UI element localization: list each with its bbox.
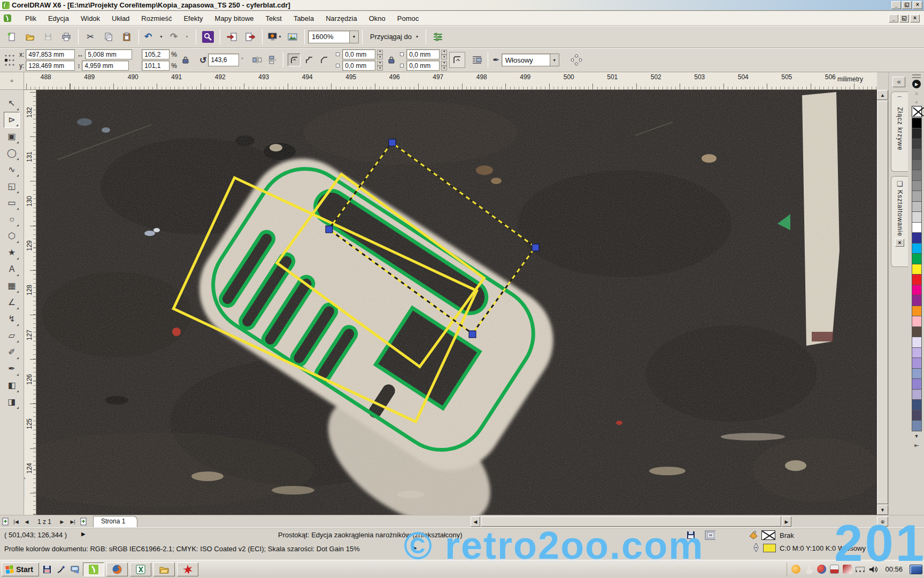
color-swatch[interactable] — [912, 295, 922, 306]
docker-tab-shaping[interactable]: ❏ Kształtowanie × — [891, 176, 908, 267]
edit-corners-together-button[interactable] — [385, 54, 398, 66]
color-swatch[interactable] — [912, 285, 922, 296]
export-button[interactable] — [242, 28, 259, 45]
last-page-button[interactable]: ▶| — [67, 516, 78, 527]
dimension-tool[interactable]: ∠ — [4, 294, 20, 310]
crop-tool[interactable]: ▣ — [4, 128, 20, 144]
quicklaunch-pen-icon[interactable] — [55, 564, 67, 575]
quicklaunch-desktop-icon[interactable] — [69, 564, 81, 575]
rectangle-tool[interactable]: ▭ — [4, 195, 20, 211]
table-tool[interactable]: ▦ — [4, 278, 20, 294]
spinner[interactable]: ▾▴ — [441, 50, 447, 59]
color-swatch[interactable] — [912, 274, 922, 285]
pick-tool[interactable]: ↖ — [4, 95, 20, 111]
palette-scroll-up[interactable]: ▲ — [914, 99, 919, 104]
fill-tool[interactable]: ◧ — [4, 377, 20, 393]
close-button[interactable]: × — [913, 1, 922, 9]
welcome-screen-button[interactable] — [284, 28, 301, 45]
rotation-angle-field[interactable]: 143,6 — [208, 54, 239, 66]
doc-close-button[interactable]: × — [910, 14, 920, 22]
tray-app-icon[interactable] — [843, 565, 852, 574]
docker-close-button[interactable]: × — [895, 239, 904, 247]
corner-checkbox[interactable] — [400, 64, 404, 67]
scalloped-corner-button[interactable] — [303, 54, 315, 66]
color-swatch[interactable] — [912, 389, 922, 400]
color-swatch[interactable] — [912, 149, 922, 160]
color-swatch[interactable] — [912, 159, 922, 171]
taskbar-firefox-button[interactable] — [106, 562, 128, 576]
start-button[interactable]: Start — [2, 562, 39, 576]
taskbar-coreldraw-button[interactable] — [83, 562, 104, 576]
minimize-button[interactable]: _ — [891, 1, 901, 9]
color-swatch[interactable] — [912, 316, 922, 327]
tray-ruler-icon[interactable] — [856, 567, 865, 572]
color-swatch[interactable] — [912, 358, 922, 369]
node-handle-bottom[interactable] — [469, 331, 476, 338]
corner-radius-bl-field[interactable]: 0,0 mm — [342, 60, 375, 71]
color-swatch[interactable] — [912, 211, 922, 223]
vertical-ruler[interactable]: 132131130129128127126125124 milimetry — [24, 90, 36, 515]
scroll-right-button[interactable]: ▶ — [782, 516, 791, 527]
horizontal-scroll-thumb[interactable] — [481, 516, 781, 527]
scroll-up-button[interactable]: ▲ — [877, 90, 888, 100]
color-swatch[interactable] — [912, 264, 922, 275]
volume-icon[interactable] — [868, 565, 878, 574]
mirror-vertical-button[interactable] — [266, 54, 279, 66]
object-height-field[interactable]: 4,959 mm — [82, 60, 129, 71]
corner-checkbox[interactable] — [336, 64, 340, 67]
scale-v-field[interactable]: 101,1 — [142, 60, 170, 71]
color-swatch[interactable] — [912, 243, 922, 254]
menu-item[interactable]: Pomoc — [391, 13, 425, 24]
color-swatch[interactable] — [912, 139, 922, 150]
spinner[interactable]: ▾▴ — [377, 61, 383, 71]
palette-expand-button[interactable]: ⇤ — [914, 442, 919, 449]
save-button[interactable] — [40, 28, 57, 45]
taskbar-folder-button[interactable] — [153, 562, 175, 576]
lock-ratio-button[interactable] — [179, 54, 192, 66]
palette-scroll-down[interactable]: ▼ — [914, 434, 919, 439]
chamfered-corner-button[interactable] — [318, 54, 330, 66]
drop-shadow-tool[interactable]: ▱ — [4, 328, 20, 344]
vertical-scrollbar[interactable]: ▲ ▼ — [877, 90, 888, 515]
text-tool[interactable]: A — [4, 261, 20, 277]
zoom-level-combo[interactable]: 1600% ▾ — [308, 31, 359, 43]
coords-flyout-arrow[interactable]: ▶ — [81, 531, 86, 537]
corner-radius-tr-field[interactable]: 0,0 mm — [406, 49, 440, 59]
color-swatch[interactable] — [912, 180, 922, 192]
color-swatch[interactable] — [912, 201, 922, 212]
color-swatch[interactable] — [912, 191, 922, 202]
vertical-scroll-thumb[interactable] — [877, 101, 888, 504]
no-color-swatch[interactable] — [912, 106, 922, 117]
menu-item[interactable]: Układ — [106, 13, 135, 24]
new-document-button[interactable] — [3, 28, 20, 45]
copy-button[interactable] — [100, 28, 117, 45]
horizontal-scrollbar[interactable]: ◀ ▶ — [471, 516, 791, 527]
docker-collapse-button[interactable]: « — [892, 77, 905, 87]
color-swatch[interactable] — [912, 232, 922, 244]
undo-dropdown[interactable]: ▾ — [155, 28, 167, 45]
horizontal-ruler[interactable]: 4884894904914924934944954964974984995005… — [24, 72, 877, 90]
tray-network-icon[interactable] — [910, 565, 922, 574]
first-page-button[interactable]: |◀ — [11, 516, 21, 527]
color-swatch[interactable] — [912, 420, 922, 431]
doc-restore-button[interactable]: ◱ — [899, 14, 909, 22]
cut-button[interactable]: ✂ — [82, 28, 99, 45]
y-position-field[interactable]: 128,469 mm — [26, 60, 75, 71]
open-button[interactable] — [21, 28, 38, 45]
x-position-field[interactable]: 497,853 mm — [26, 49, 75, 59]
previous-page-button[interactable]: ◀ — [21, 516, 32, 527]
tray-ccleaner-icon[interactable] — [817, 565, 826, 574]
redo-dropdown[interactable]: ▾ — [181, 28, 192, 45]
corner-radius-tl-field[interactable]: 0,0 mm — [342, 49, 375, 59]
object-origin-selector[interactable] — [3, 52, 17, 67]
basic-shapes-tool[interactable]: ★ — [4, 245, 20, 261]
page-tab-strona1[interactable]: Strona 1 — [93, 516, 137, 527]
tray-antivirus-icon[interactable] — [791, 565, 800, 574]
snap-to-dropdown[interactable]: Przyciągaj do ▾ — [366, 30, 422, 44]
mirror-horizontal-button[interactable] — [251, 54, 264, 66]
menu-item[interactable]: Rozmieść — [135, 13, 178, 24]
color-swatch[interactable] — [912, 222, 922, 233]
taskbar-excel-button[interactable] — [130, 562, 151, 576]
shape-tool[interactable]: ⊳ — [4, 112, 20, 128]
add-page-button[interactable] — [78, 516, 89, 527]
